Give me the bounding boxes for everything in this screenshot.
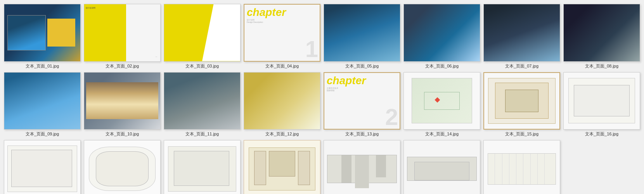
thumbnail-label-09: 文本_页面_09.jpg xyxy=(26,131,59,137)
thumbnail-12[interactable] xyxy=(244,72,320,130)
list-item[interactable]: chapter 设计说明Design Description 1 文本_页面_0… xyxy=(244,4,320,69)
chapter-text-1: chapter xyxy=(247,7,286,18)
thumbnail-09[interactable] xyxy=(4,72,81,130)
list-item[interactable]: 文本_页面_16.jpg xyxy=(563,72,640,137)
thumbnail-label-12: 文本_页面_12.jpg xyxy=(265,131,299,137)
thumbnail-08[interactable] xyxy=(563,4,640,62)
chapter-text-2: chapter xyxy=(327,75,366,86)
list-item[interactable]: 文本_页面_09.jpg xyxy=(4,72,81,137)
list-item[interactable]: 文本_页面_21.jpg xyxy=(324,140,400,194)
thumbnail-15[interactable] xyxy=(483,72,560,130)
thumbnail-label-07: 文本_页面_07.jpg xyxy=(505,63,538,69)
thumbnail-label-14: 文本_页面_14.jpg xyxy=(425,131,459,137)
thumbnail-label-01: 文本_页面_01.jpg xyxy=(26,63,59,69)
list-item[interactable]: 文本_页面_15.jpg xyxy=(483,72,560,137)
thumbnail-label-05: 文本_页面_05.jpg xyxy=(345,63,379,69)
list-item[interactable]: 设计总说明 ... 文本_页面_02.jpg xyxy=(84,4,161,69)
thumbnail-10[interactable] xyxy=(84,72,161,130)
list-item[interactable]: 文本_页面_17.jpg xyxy=(4,140,81,194)
thumbnail-label-03: 文本_页面_03.jpg xyxy=(185,63,219,69)
thumbnail-label-04: 文本_页面_04.jpg xyxy=(265,63,299,69)
chapter-subtitle-1: 设计说明Design Description xyxy=(247,19,263,23)
thumbnail-14[interactable] xyxy=(403,72,480,130)
thumbnail-03[interactable] xyxy=(164,4,241,62)
list-item[interactable]: 文本_页面_10.jpg xyxy=(84,72,161,137)
thumbnail-label-13: 文本_页面_13.jpg xyxy=(345,131,379,137)
list-item[interactable]: 文本_页面_23.jpg xyxy=(483,140,560,194)
list-item[interactable]: 文本_页面_07.jpg xyxy=(483,4,560,69)
thumbnail-13[interactable]: chapter 主要经济技术指标明细 2 xyxy=(324,72,400,130)
thumbnail-01[interactable] xyxy=(4,4,81,62)
thumbnail-label-11: 文本_页面_11.jpg xyxy=(185,131,219,137)
list-item[interactable]: chapter 主要经济技术指标明细 2 文本_页面_13.jpg xyxy=(324,72,400,137)
thumbnail-label-16: 文本_页面_16.jpg xyxy=(585,131,618,137)
list-item[interactable]: 文本_页面_06.jpg xyxy=(403,4,480,69)
thumbnail-07[interactable] xyxy=(483,4,560,62)
thumbnail-21[interactable] xyxy=(324,140,400,194)
thumbnail-16[interactable] xyxy=(563,72,640,130)
thumbnail-label-02: 文本_页面_02.jpg xyxy=(106,63,139,69)
list-item[interactable]: 文本_页面_14.jpg xyxy=(403,72,480,137)
thumbnail-23[interactable] xyxy=(483,140,560,194)
thumbnail-04[interactable]: chapter 设计说明Design Description 1 xyxy=(244,4,320,62)
thumb02-text: 设计总说明 xyxy=(86,7,95,9)
thumbnail-11[interactable] xyxy=(164,72,241,130)
thumbnail-label-08: 文本_页面_08.jpg xyxy=(585,63,618,69)
thumbnail-02[interactable]: 设计总说明 ... xyxy=(84,4,161,62)
chapter-subtitle-2: 主要经济技术指标明细 xyxy=(327,87,338,92)
list-item[interactable]: 文本_页面_12.jpg xyxy=(244,72,320,137)
list-item[interactable]: 文本_页面_18.jpg xyxy=(84,140,161,194)
chapter-num-2: 2 xyxy=(385,106,398,129)
thumbnail-17[interactable] xyxy=(4,140,81,194)
thumbnail-grid: 文本_页面_01.jpg 设计总说明 ... 文本_页面_02.jpg 文本_页… xyxy=(4,4,640,194)
list-item[interactable]: 文本_页面_03.jpg xyxy=(164,4,241,69)
list-item[interactable]: 文本_页面_01.jpg xyxy=(4,4,81,69)
list-item[interactable]: 文本_页面_19.jpg xyxy=(164,140,241,194)
chapter-num-1: 1 xyxy=(305,38,318,61)
thumbnail-22[interactable] xyxy=(403,140,480,194)
thumbnail-18[interactable] xyxy=(84,140,161,194)
thumbnail-label-06: 文本_页面_06.jpg xyxy=(425,63,459,69)
thumbnail-06[interactable] xyxy=(403,4,480,62)
list-item[interactable]: 文本_页面_05.jpg xyxy=(324,4,400,69)
thumbnail-label-10: 文本_页面_10.jpg xyxy=(106,131,139,137)
list-item[interactable]: 文本_页面_08.jpg xyxy=(563,4,640,69)
list-item[interactable]: 文本_页面_11.jpg xyxy=(164,72,241,137)
list-item[interactable]: 文本_页面_20.jpg xyxy=(244,140,320,194)
thumbnail-19[interactable] xyxy=(164,140,241,194)
thumbnail-05[interactable] xyxy=(324,4,400,62)
thumbnail-label-15: 文本_页面_15.jpg xyxy=(505,131,538,137)
list-item[interactable]: 文本_页面_22.jpg xyxy=(403,140,480,194)
thumbnail-20[interactable] xyxy=(244,140,320,194)
